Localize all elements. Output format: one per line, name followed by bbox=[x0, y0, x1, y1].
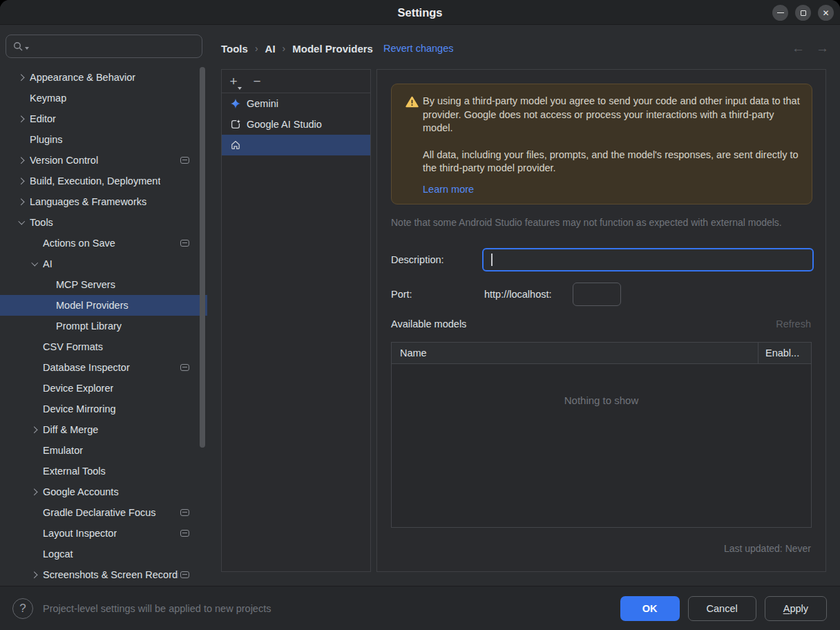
sidebar-item-languages-frameworks[interactable]: Languages & Frameworks bbox=[0, 191, 207, 212]
available-models-label: Available models bbox=[391, 318, 466, 330]
add-provider-button[interactable]: + bbox=[225, 75, 242, 88]
provider-label: Google AI Studio bbox=[247, 119, 322, 130]
sidebar-item-csv-formats[interactable]: CSV Formats bbox=[0, 336, 207, 357]
settings-dialog: Settings ✕ Appearance & Behavior Keymap … bbox=[0, 0, 840, 630]
port-input[interactable] bbox=[573, 283, 621, 306]
sidebar-item-label: Actions on Save bbox=[43, 238, 115, 249]
settings-sidebar: Appearance & Behavior Keymap Editor Plug… bbox=[0, 25, 207, 586]
minus-icon: − bbox=[253, 74, 260, 88]
modified-badge-icon bbox=[180, 571, 189, 578]
modified-badge-icon bbox=[180, 364, 189, 371]
third-party-warning-banner: By using a third-party model you agree t… bbox=[391, 84, 812, 204]
back-arrow-icon[interactable]: ← bbox=[792, 41, 805, 56]
sidebar-item-external-tools[interactable]: External Tools bbox=[0, 461, 207, 481]
sidebar-item-diff-merge[interactable]: Diff & Merge bbox=[0, 419, 207, 440]
warning-paragraph: All data, including your files, prompts,… bbox=[423, 149, 805, 175]
sidebar-item-model-providers[interactable]: Model Providers bbox=[0, 295, 207, 316]
sidebar-item-emulator[interactable]: Emulator bbox=[0, 440, 207, 461]
provider-row-gemini[interactable]: Gemini bbox=[222, 93, 370, 114]
sidebar-item-plugins[interactable]: Plugins bbox=[0, 129, 207, 150]
google-ai-studio-icon bbox=[230, 119, 241, 130]
help-button[interactable]: ? bbox=[12, 598, 33, 619]
sidebar-item-version-control[interactable]: Version Control bbox=[0, 150, 207, 171]
description-input[interactable] bbox=[484, 249, 812, 270]
window-controls: ✕ bbox=[772, 5, 834, 21]
sidebar-item-label: Gradle Declarative Focus bbox=[43, 507, 156, 518]
sidebar-item-layout-inspector[interactable]: Layout Inspector bbox=[0, 523, 207, 544]
provider-row-new[interactable] bbox=[222, 135, 370, 155]
sidebar-item-label: Build, Execution, Deployment bbox=[30, 175, 160, 187]
modified-badge-icon bbox=[180, 530, 189, 537]
chevron-right-icon bbox=[26, 490, 43, 495]
warning-paragraph: By using a third-party model you agree t… bbox=[423, 95, 805, 135]
remove-provider-button[interactable]: − bbox=[248, 75, 266, 88]
localhost-prefix: http://localhost: bbox=[484, 283, 552, 306]
models-table: Name Enabl... Nothing to show bbox=[391, 342, 812, 528]
dialog-buttons: OK Cancel Apply bbox=[620, 596, 827, 621]
modified-badge-icon bbox=[180, 509, 189, 516]
modified-badge-icon bbox=[180, 157, 189, 164]
sidebar-item-editor[interactable]: Editor bbox=[0, 108, 207, 129]
chevron-right-icon bbox=[13, 179, 30, 184]
search-input[interactable] bbox=[29, 41, 202, 52]
sidebar-item-label: Editor bbox=[30, 113, 56, 124]
maximize-button[interactable] bbox=[795, 5, 811, 21]
sidebar-item-label: Plugins bbox=[30, 134, 63, 145]
refresh-button[interactable]: Refresh bbox=[776, 318, 811, 330]
sidebar-item-label: CSV Formats bbox=[43, 341, 103, 352]
sidebar-item-build-execution-deployment[interactable]: Build, Execution, Deployment bbox=[0, 171, 207, 191]
last-updated-label: Last updated: Never bbox=[724, 543, 811, 554]
breadcrumb: Tools › AI › Model Providers Revert chan… bbox=[221, 35, 454, 62]
forward-arrow-icon[interactable]: → bbox=[816, 41, 829, 56]
sidebar-item-tools[interactable]: Tools bbox=[0, 212, 207, 233]
sidebar-item-label: External Tools bbox=[43, 466, 106, 477]
breadcrumb-separator: › bbox=[255, 43, 258, 54]
close-button[interactable]: ✕ bbox=[818, 5, 834, 21]
sidebar-item-logcat[interactable]: Logcat bbox=[0, 544, 207, 564]
sidebar-item-actions-on-save[interactable]: Actions on Save bbox=[0, 233, 207, 254]
column-header-enabled[interactable]: Enabl... bbox=[758, 343, 811, 363]
home-icon bbox=[230, 140, 241, 151]
column-header-name[interactable]: Name bbox=[392, 347, 427, 359]
settings-search-box[interactable] bbox=[6, 35, 202, 58]
sidebar-item-device-mirroring[interactable]: Device Mirroring bbox=[0, 399, 207, 419]
sidebar-item-label: Device Mirroring bbox=[43, 403, 116, 414]
sidebar-scrollbar[interactable] bbox=[200, 67, 205, 448]
ok-button[interactable]: OK bbox=[620, 596, 680, 621]
sidebar-item-label: Database Inspector bbox=[43, 362, 130, 373]
dialog-footer: ? Project-level settings will be applied… bbox=[0, 586, 840, 630]
provider-row-google-ai-studio[interactable]: Google AI Studio bbox=[222, 114, 370, 135]
cancel-button[interactable]: Cancel bbox=[688, 596, 756, 621]
sidebar-item-label: AI bbox=[43, 258, 52, 269]
revert-changes-link[interactable]: Revert changes bbox=[383, 43, 454, 54]
breadcrumb-tools[interactable]: Tools bbox=[221, 43, 248, 55]
sidebar-item-prompt-library[interactable]: Prompt Library bbox=[0, 316, 207, 336]
sidebar-item-label: Model Providers bbox=[56, 300, 128, 311]
sidebar-item-mcp-servers[interactable]: MCP Servers bbox=[0, 274, 207, 295]
sidebar-item-gradle-declarative-focus[interactable]: Gradle Declarative Focus bbox=[0, 502, 207, 523]
minimize-button[interactable] bbox=[772, 5, 788, 21]
sidebar-item-google-accounts[interactable]: Google Accounts bbox=[0, 481, 207, 502]
maximize-icon bbox=[801, 10, 806, 16]
sidebar-item-device-explorer[interactable]: Device Explorer bbox=[0, 378, 207, 399]
chevron-right-icon bbox=[26, 428, 43, 432]
port-label: Port: bbox=[391, 283, 412, 306]
close-icon: ✕ bbox=[822, 9, 829, 17]
breadcrumb-ai[interactable]: AI bbox=[265, 43, 276, 55]
sidebar-item-label: Emulator bbox=[43, 445, 83, 456]
chevron-down-icon bbox=[26, 262, 43, 265]
gemini-icon bbox=[230, 98, 241, 109]
sidebar-item-screenshots-screen-recording[interactable]: Screenshots & Screen Recordi bbox=[0, 564, 207, 585]
sidebar-item-database-inspector[interactable]: Database Inspector bbox=[0, 357, 207, 378]
minimize-icon bbox=[777, 12, 784, 13]
sidebar-item-appearance-behavior[interactable]: Appearance & Behavior bbox=[0, 67, 207, 88]
sidebar-item-keymap[interactable]: Keymap bbox=[0, 88, 207, 108]
empty-table-message: Nothing to show bbox=[392, 394, 811, 406]
sidebar-item-label: Version Control bbox=[30, 155, 98, 166]
learn-more-link[interactable]: Learn more bbox=[423, 184, 474, 195]
breadcrumb-model-providers: Model Providers bbox=[292, 43, 373, 55]
apply-button[interactable]: Apply bbox=[765, 596, 827, 621]
sidebar-item-label: Tools bbox=[30, 217, 53, 228]
description-field bbox=[482, 248, 814, 271]
sidebar-item-ai[interactable]: AI bbox=[0, 254, 207, 274]
